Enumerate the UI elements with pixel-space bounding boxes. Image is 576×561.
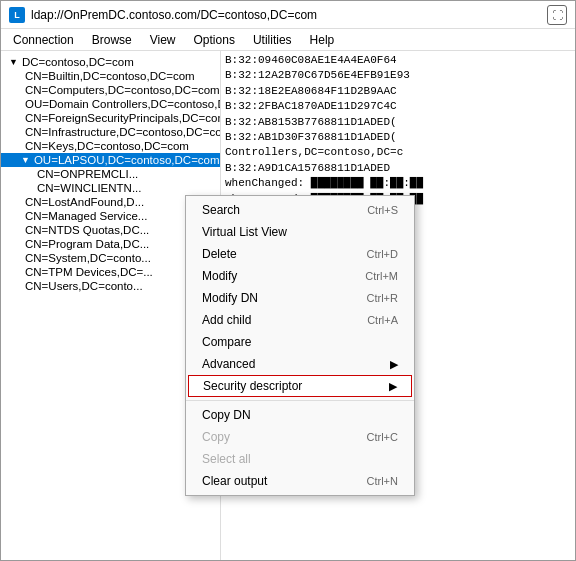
context-menu-item-label: Advanced: [202, 357, 255, 371]
context-menu-item-label: Virtual List View: [202, 225, 287, 239]
context-menu-item-virtual-list-view[interactable]: Virtual List View: [186, 221, 414, 243]
context-menu-shortcut: Ctrl+R: [367, 292, 398, 304]
context-menu-shortcut: Ctrl+M: [365, 270, 398, 282]
context-menu-item-label: Search: [202, 203, 240, 217]
context-menu-shortcut: Ctrl+N: [367, 475, 398, 487]
context-menu-overlay[interactable]: SearchCtrl+SVirtual List ViewDeleteCtrl+…: [0, 0, 576, 561]
context-menu-item-copy-dn[interactable]: Copy DN: [186, 404, 414, 426]
context-menu-item-label: Delete: [202, 247, 237, 261]
submenu-arrow-icon: ▶: [390, 358, 398, 371]
context-menu-item-search[interactable]: SearchCtrl+S: [186, 199, 414, 221]
context-menu-item-label: Compare: [202, 335, 251, 349]
context-menu-item-clear-output[interactable]: Clear outputCtrl+N: [186, 470, 414, 492]
submenu-arrow-icon: ▶: [389, 380, 397, 393]
context-menu-item-label: Modify: [202, 269, 237, 283]
context-menu-item-security-descriptor[interactable]: Security descriptor▶: [188, 375, 412, 397]
context-menu-item-label: Add child: [202, 313, 251, 327]
context-menu-item-label: Modify DN: [202, 291, 258, 305]
context-menu-item-add-child[interactable]: Add childCtrl+A: [186, 309, 414, 331]
context-menu-shortcut: Ctrl+S: [367, 204, 398, 216]
context-menu: SearchCtrl+SVirtual List ViewDeleteCtrl+…: [185, 195, 415, 496]
context-menu-item-copy: CopyCtrl+C: [186, 426, 414, 448]
context-menu-item-delete[interactable]: DeleteCtrl+D: [186, 243, 414, 265]
context-menu-shortcut: Ctrl+C: [367, 431, 398, 443]
context-menu-item-label: Security descriptor: [203, 379, 302, 393]
main-window: L ldap://OnPremDC.contoso.com/DC=contoso…: [0, 0, 576, 561]
context-menu-item-label: Clear output: [202, 474, 267, 488]
context-menu-shortcut: Ctrl+D: [367, 248, 398, 260]
context-menu-item-advanced[interactable]: Advanced▶: [186, 353, 414, 375]
context-menu-item-select-all: Select all: [186, 448, 414, 470]
context-menu-item-label: Select all: [202, 452, 251, 466]
context-menu-item-compare[interactable]: Compare: [186, 331, 414, 353]
context-menu-item-modify-dn[interactable]: Modify DNCtrl+R: [186, 287, 414, 309]
context-menu-item-label: Copy DN: [202, 408, 251, 422]
context-menu-item-modify[interactable]: ModifyCtrl+M: [186, 265, 414, 287]
context-menu-item-label: Copy: [202, 430, 230, 444]
context-menu-shortcut: Ctrl+A: [367, 314, 398, 326]
context-menu-separator: [186, 400, 414, 401]
